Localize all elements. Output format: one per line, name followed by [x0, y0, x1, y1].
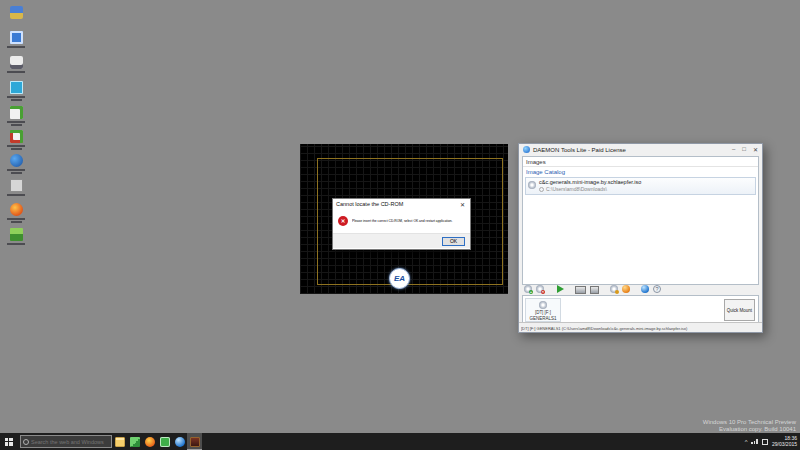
windows-logo-icon	[5, 438, 13, 446]
status-text: [DT] [F:] GENERALS1 (C:\Users\amd8\Downl…	[521, 325, 687, 330]
image-path-row: C:\Users\amd8\Downloads\	[539, 186, 753, 192]
taskbar-icon-game-active[interactable]	[187, 433, 202, 450]
computer-icon	[10, 31, 23, 44]
lock-image-icon[interactable]	[610, 285, 618, 293]
dialog-titlebar: Cannot locate the CD-ROM ✕	[333, 199, 470, 209]
dialog-title: Cannot locate the CD-ROM	[336, 201, 403, 207]
unmounted-dot-icon	[539, 187, 544, 192]
green-app-icon	[160, 437, 170, 447]
image-catalog-panel: Images Image Catalog c&c.generals.mini-i…	[522, 156, 759, 285]
white-app-icon	[10, 56, 23, 69]
status-bar: [DT] [F:] GENERALS1 (C:\Users\amd8\Downl…	[519, 322, 762, 332]
windows-watermark: Windows 10 Pro Technical Preview Evaluat…	[703, 419, 796, 432]
taskbar-icon-firefox[interactable]	[142, 433, 157, 450]
checkmark-doc-icon	[10, 106, 23, 119]
start-button[interactable]	[0, 433, 17, 450]
desktop-icon-app-white[interactable]	[3, 56, 29, 73]
desktop-icon-app-round-blue[interactable]	[3, 154, 29, 174]
desktop-icon-firefox[interactable]	[3, 203, 29, 223]
action-center-icon[interactable]	[762, 439, 768, 445]
minimize-icon[interactable]: –	[732, 146, 735, 153]
checkmark-doc-icon	[10, 130, 23, 143]
taskbar-icon-daemon-tools[interactable]	[172, 433, 187, 450]
desktop-icon-photo[interactable]	[3, 228, 29, 245]
dialog-message: Please insert the correct CD-ROM, select…	[352, 219, 453, 223]
blue-app-icon	[10, 81, 23, 94]
firefox-icon	[10, 203, 23, 216]
window-title: DAEMON Tools Lite - Paid License	[533, 147, 626, 153]
ok-button[interactable]: OK	[442, 237, 465, 246]
taskbar-icon-green-app[interactable]	[157, 433, 172, 450]
ea-games-logo: EA	[389, 268, 410, 289]
desktop-icon-setup-check-2[interactable]	[3, 130, 29, 150]
error-icon: ✕	[338, 216, 348, 226]
astroburn-icon[interactable]	[622, 285, 630, 293]
daemon-app-icon	[523, 146, 530, 153]
network-icon[interactable]	[751, 439, 758, 444]
images-header: Images	[523, 157, 758, 167]
disc-image-icon	[528, 181, 536, 189]
virtual-drive-icon[interactable]	[575, 286, 586, 294]
close-icon[interactable]: ✕	[753, 146, 758, 153]
document-icon	[10, 179, 23, 192]
mount-icon[interactable]	[557, 285, 564, 293]
quick-mount-button[interactable]: Quick Mount	[724, 299, 755, 321]
watermark-line1: Windows 10 Pro Technical Preview	[703, 419, 796, 426]
search-input[interactable]	[31, 439, 109, 445]
photo-icon	[10, 228, 23, 241]
game-window: EA Cannot locate the CD-ROM ✕ ✕ Please i…	[300, 144, 508, 294]
virtual-drive-tile[interactable]: [DT] [F:] GENERALS1	[525, 298, 561, 322]
desktop-icon-document[interactable]	[3, 179, 29, 196]
image-path: C:\Users\amd8\Downloads\	[546, 186, 607, 192]
desktop-icon-setup-check[interactable]	[3, 106, 29, 126]
desktop-icon-app-blue[interactable]	[3, 81, 29, 101]
user-folder-icon	[10, 6, 23, 19]
remove-image-icon[interactable]: ×	[536, 285, 544, 293]
system-tray: ^ 18:36 29/03/2015	[745, 436, 800, 447]
window-controls: – □ ✕	[732, 146, 758, 153]
device-icon[interactable]	[590, 286, 599, 294]
dialog-button-strip: OK	[333, 233, 470, 248]
firefox-icon	[145, 437, 155, 447]
desktop-icon-this-pc[interactable]	[3, 31, 29, 48]
daemon-tools-window: DAEMON Tools Lite - Paid License – □ ✕ I…	[518, 143, 763, 333]
tray-clock[interactable]: 18:36 29/03/2015	[772, 436, 797, 447]
taskbar-icon-photos[interactable]	[127, 433, 142, 450]
photos-icon	[130, 437, 140, 447]
dialog-body: ✕ Please insert the correct CD-ROM, sele…	[333, 209, 470, 233]
image-catalog-link[interactable]: Image Catalog	[523, 167, 758, 176]
help-icon[interactable]: ?	[653, 285, 661, 293]
round-blue-app-icon	[10, 154, 23, 167]
daemon-tools-icon	[175, 437, 185, 447]
daemon-tools-icon[interactable]	[641, 285, 649, 293]
drive-volume-label: GENERALS1	[526, 316, 560, 322]
add-image-icon[interactable]: +	[524, 285, 532, 293]
dialog-close-icon[interactable]: ✕	[458, 201, 467, 208]
ea-logo-text: EA	[394, 274, 405, 283]
daemon-titlebar: DAEMON Tools Lite - Paid License – □ ✕	[519, 144, 762, 155]
taskbar: ^ 18:36 29/03/2015	[0, 433, 800, 450]
taskbar-search[interactable]	[20, 435, 112, 448]
image-list-item[interactable]: c&c.generals.mini-image.by.schlaepfer.is…	[525, 177, 756, 195]
desktop-icon-user-folder[interactable]	[3, 6, 29, 19]
taskbar-icon-file-explorer[interactable]	[112, 433, 127, 450]
windows-desktop: EA Cannot locate the CD-ROM ✕ ✕ Please i…	[0, 0, 800, 450]
drive-disc-icon	[539, 301, 547, 309]
game-icon	[190, 437, 200, 447]
image-name: c&c.generals.mini-image.by.schlaepfer.is…	[539, 179, 753, 185]
cdrom-error-dialog: Cannot locate the CD-ROM ✕ ✕ Please inse…	[332, 198, 471, 250]
watermark-line2: Evaluation copy. Build 10041	[703, 426, 796, 433]
daemon-toolbar: + × ?	[522, 284, 663, 294]
folder-icon	[115, 437, 125, 447]
maximize-icon[interactable]: □	[742, 146, 746, 153]
search-icon	[23, 439, 29, 445]
drives-panel: [DT] [F:] GENERALS1 Quick Mount	[522, 295, 759, 325]
hidden-icons-chevron-icon[interactable]: ^	[745, 439, 748, 445]
clock-date: 29/03/2015	[772, 442, 797, 448]
